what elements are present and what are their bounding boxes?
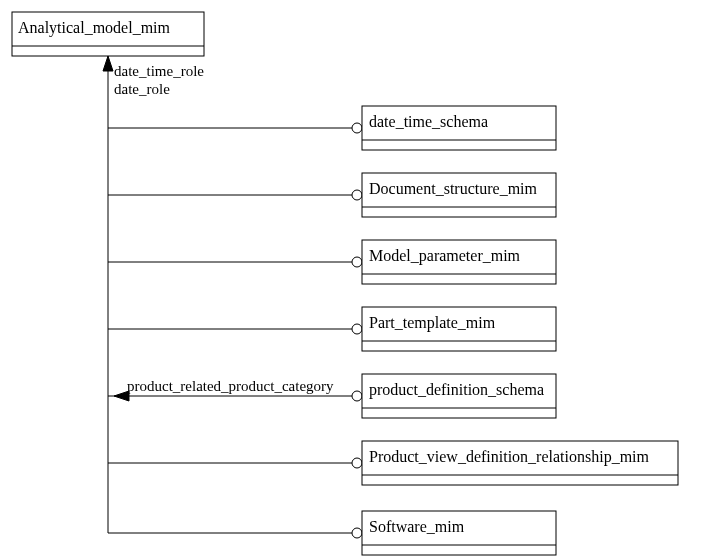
svg-point-26 (352, 458, 362, 468)
target-label: product_definition_schema (369, 381, 544, 399)
edge-label-date-time-role: date_time_role (114, 63, 204, 79)
target-label: Part_template_mim (369, 314, 496, 332)
target-part-template-mim: Part_template_mim (108, 307, 556, 351)
root-title: Analytical_model_mim (18, 19, 171, 37)
target-model-parameter-mim: Model_parameter_mim (108, 240, 556, 284)
target-label: Product_view_definition_relationship_mim (369, 448, 650, 466)
target-product-definition-schema: product_definition_schema product_relate… (108, 374, 556, 418)
svg-point-9 (352, 190, 362, 200)
edge-label-product-related-product-category: product_related_product_category (127, 378, 334, 394)
svg-point-21 (352, 391, 362, 401)
target-label: Model_parameter_mim (369, 247, 521, 265)
svg-point-5 (352, 123, 362, 133)
edge-label-date-role: date_role (114, 81, 170, 97)
target-label: date_time_schema (369, 113, 488, 130)
root-box: Analytical_model_mim (12, 12, 204, 56)
target-product-view-definition-relationship-mim: Product_view_definition_relationship_mim (108, 441, 678, 485)
schema-diagram: Analytical_model_mim date_time_role date… (0, 0, 728, 559)
svg-point-30 (352, 528, 362, 538)
target-date-time-schema: date_time_schema (108, 106, 556, 150)
svg-point-17 (352, 324, 362, 334)
target-document-structure-mim: Document_structure_mim (108, 173, 556, 217)
target-label: Document_structure_mim (369, 180, 538, 197)
target-label: Software_mim (369, 518, 465, 535)
target-software-mim: Software_mim (108, 511, 556, 555)
svg-marker-3 (103, 56, 113, 71)
svg-point-13 (352, 257, 362, 267)
